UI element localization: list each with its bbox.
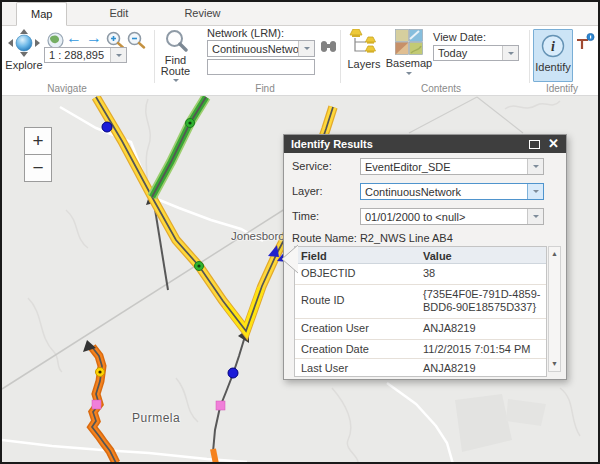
value-cell: ANJA8219	[417, 319, 546, 339]
time-value: 01/01/2000 to <null>	[361, 211, 527, 223]
field-cell: Last User	[295, 359, 417, 376]
close-icon[interactable]: ✕	[548, 135, 559, 153]
table-row[interactable]: Route ID {735E4F0E-791D-4859-BDD6-90E185…	[295, 285, 546, 319]
identify-results-panel: Identify Results ✕ Service: EventEditor_…	[283, 134, 567, 380]
explore-label: Explore	[5, 60, 42, 71]
find-route-magnifier-icon	[164, 28, 188, 54]
zoom-out-tool-icon[interactable]	[127, 31, 146, 51]
ribbon: Explore ← → 1 : 288,895	[2, 26, 598, 96]
basemap-icon	[395, 29, 423, 57]
app-window: Map Edit Review Explore	[0, 0, 600, 464]
ribbon-tab-bar: Map Edit Review	[2, 2, 598, 26]
value-cell: {735E4F0E-791D-4859-BDD6-90E18575D337}	[417, 285, 546, 318]
map-scale-caret[interactable]	[110, 48, 126, 62]
field-cell: OBJECTID	[295, 264, 417, 284]
view-date-caret[interactable]	[502, 46, 518, 60]
identify-route-tool-icon[interactable]	[575, 33, 595, 53]
value-cell: 38	[417, 264, 546, 284]
route-search-input[interactable]	[207, 59, 315, 75]
map-scale-value: 1 : 288,895	[45, 49, 110, 61]
table-row[interactable]: OBJECTID 38	[295, 264, 546, 285]
tab-map[interactable]: Map	[16, 2, 67, 26]
place-label-purmela: Purmela	[132, 411, 180, 425]
view-date-dropdown[interactable]: Today	[433, 45, 519, 61]
panel-callout-pointer	[278, 242, 302, 276]
green-route	[152, 97, 206, 197]
service-value: EventEditor_SDE	[361, 161, 527, 173]
identify-info-icon: i	[540, 33, 566, 61]
identify-results-titlebar[interactable]: Identify Results ✕	[284, 135, 566, 153]
route-name-row: Route Name: R2_NWS Line AB4	[292, 232, 453, 244]
field-cell: Route ID	[295, 285, 417, 318]
map-viewport: Jonesboro Purmela + − Identify Results ✕…	[2, 96, 598, 462]
identify-results-body: Service: EventEditor_SDE Layer: Continuo…	[284, 153, 566, 379]
network-lrm-caret[interactable]	[298, 41, 314, 56]
time-dropdown[interactable]: 01/01/2000 to <null>	[360, 208, 544, 225]
table-scrollbar[interactable]: ▲ ▼	[548, 246, 561, 372]
basemap-caret	[406, 72, 412, 78]
value-cell: ANJA8219	[417, 359, 546, 376]
find-group-label: Find	[255, 83, 274, 94]
layer-dropdown[interactable]: ContinuousNetwork	[360, 183, 544, 200]
network-lrm-value: ContinuousNetwork	[208, 43, 298, 55]
view-date-value: Today	[434, 47, 502, 59]
map-scale-combo[interactable]: 1 : 288,895	[44, 47, 127, 63]
map-zoom-control: + −	[24, 127, 52, 182]
view-date-label: View Date:	[433, 31, 486, 43]
maximize-icon[interactable]	[529, 140, 540, 149]
layers-button[interactable]: Layers	[345, 29, 383, 70]
service-label: Service:	[292, 158, 332, 175]
find-route-button[interactable]: Find Route	[157, 28, 194, 85]
table-row[interactable]: Creation User ANJA8219	[295, 319, 546, 340]
find-route-label: Find Route	[159, 55, 193, 76]
navigate-group-label: Navigate	[47, 83, 86, 94]
value-column-header: Value	[417, 247, 546, 263]
layer-label: Layer:	[292, 183, 323, 200]
place-label-jonesboro: Jonesboro	[231, 230, 285, 242]
scroll-up-icon[interactable]: ▲	[549, 249, 560, 259]
basemap-label: Basemap	[386, 58, 432, 69]
table-row[interactable]: Last User ANJA8219	[295, 359, 546, 376]
explore-pan-icon	[8, 29, 40, 59]
explore-button[interactable]: Explore	[5, 29, 43, 71]
service-dropdown[interactable]: EventEditor_SDE	[360, 158, 544, 175]
contents-group-label: Contents	[421, 83, 461, 94]
identify-button[interactable]: i Identify	[533, 29, 573, 82]
basemap-button[interactable]: Basemap	[387, 29, 431, 78]
binoculars-icon[interactable]	[319, 39, 338, 57]
time-label: Time:	[292, 208, 319, 225]
field-column-header: Field	[295, 247, 417, 263]
layers-label: Layers	[347, 59, 380, 70]
identify-group-label: Identify	[546, 83, 578, 94]
layer-value: ContinuousNetwork	[361, 186, 527, 198]
map-zoom-in-button[interactable]: +	[24, 127, 52, 155]
forward-extent-icon[interactable]: →	[86, 29, 102, 47]
scroll-down-icon[interactable]: ▼	[549, 359, 560, 369]
time-caret[interactable]	[527, 209, 543, 224]
route-name-value: R2_NWS Line AB4	[360, 232, 453, 244]
attributes-table: Field Value OBJECTID 38 Route ID {735E4F…	[294, 246, 547, 377]
find-route-caret	[173, 79, 179, 85]
identify-results-title: Identify Results	[291, 138, 373, 150]
svg-text:i: i	[551, 39, 555, 54]
back-extent-icon[interactable]: ←	[66, 29, 82, 47]
tab-review[interactable]: Review	[170, 2, 234, 25]
map-markers	[92, 119, 288, 411]
tab-edit[interactable]: Edit	[95, 2, 142, 25]
network-lrm-dropdown[interactable]: ContinuousNetwork	[207, 40, 315, 57]
network-lrm-label: Network (LRM):	[207, 27, 284, 39]
layer-caret[interactable]	[527, 184, 543, 199]
service-caret[interactable]	[527, 159, 543, 174]
map-zoom-out-button[interactable]: −	[24, 154, 52, 182]
identify-label: Identify	[535, 62, 570, 73]
field-cell: Creation User	[295, 319, 417, 339]
field-cell: Creation Date	[295, 340, 417, 358]
value-cell: 11/2/2015 7:01:54 PM	[417, 340, 546, 358]
table-row[interactable]: Creation Date 11/2/2015 7:01:54 PM	[295, 340, 546, 359]
layers-icon	[349, 29, 379, 58]
table-header-row: Field Value	[295, 247, 546, 264]
